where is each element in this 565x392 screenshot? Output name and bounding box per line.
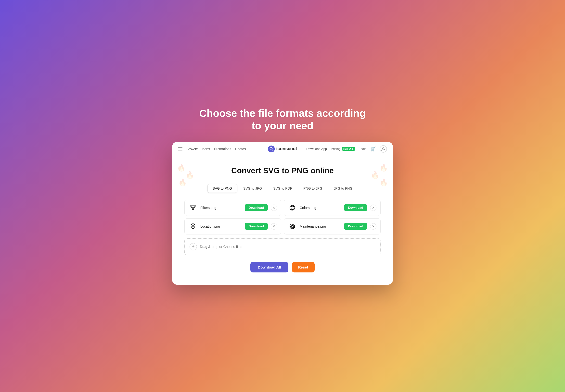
file-name-location: Location.png	[200, 224, 242, 228]
download-btn-maintenance[interactable]: Download	[344, 223, 367, 230]
app-window: Browse Icons Illustrations Photos iconsc…	[172, 142, 393, 285]
navbar: Browse Icons Illustrations Photos iconsc…	[172, 142, 393, 156]
nav-center-logo[interactable]: iconscout	[268, 146, 297, 152]
close-btn-maintenance[interactable]: ✕	[370, 223, 376, 230]
file-row-location: Location.png Download ✕	[184, 218, 281, 235]
user-avatar[interactable]	[380, 145, 387, 153]
file-name-colors: Colors.png	[300, 206, 341, 210]
download-btn-filters[interactable]: Download	[245, 204, 268, 211]
download-btn-location[interactable]: Download	[245, 223, 268, 230]
location-icon	[189, 222, 197, 231]
nav-browse[interactable]: Browse	[186, 147, 198, 151]
main-content: 🔥 🔥 🔥 🔥 🔥 🔥 Convert SVG to PNG online SV…	[172, 156, 393, 285]
file-row-maintenance: Maintenance.png Download ✕	[284, 218, 381, 235]
nav-links: Icons Illustrations Photos	[202, 147, 246, 151]
nav-illustrations[interactable]: Illustrations	[214, 147, 231, 151]
close-btn-filters[interactable]: ✕	[271, 205, 277, 211]
svg-point-6	[291, 225, 293, 227]
download-all-button[interactable]: Download All	[250, 262, 288, 272]
nav-download-app[interactable]: Download App	[306, 147, 327, 151]
tab-svg-to-pdf[interactable]: SVG to PDF	[268, 184, 297, 193]
logo-icon	[268, 146, 275, 152]
nav-pricing: Pricing	[331, 147, 341, 151]
maintenance-icon	[288, 222, 297, 231]
nav-right: Download App Pricing 80% OFF Tools 🛒	[282, 145, 387, 153]
format-tabs: SVG to PNG SVG to JPG SVG to PDF PNG to …	[184, 184, 381, 193]
file-row-colors: Colors.png Download ✕	[284, 200, 381, 216]
file-name-maintenance: Maintenance.png	[300, 224, 341, 228]
pricing-with-badge[interactable]: Pricing 80% OFF	[331, 147, 355, 151]
close-btn-location[interactable]: ✕	[271, 223, 277, 230]
page-title: Convert SVG to PNG online	[184, 166, 381, 175]
colors-icon	[288, 203, 297, 212]
action-buttons: Download All Reset	[184, 262, 381, 272]
filter-icon	[189, 203, 197, 212]
download-btn-colors[interactable]: Download	[344, 204, 367, 211]
off-badge: 80% OFF	[342, 147, 355, 151]
nav-icons[interactable]: Icons	[202, 147, 210, 151]
fire-deco-tr3: 🔥	[379, 178, 388, 186]
svg-line-1	[272, 150, 273, 151]
drop-zone[interactable]: + Drag & drop or Choose files	[184, 238, 381, 255]
tab-svg-to-png[interactable]: SVG to PNG	[208, 184, 237, 193]
fire-deco-tr1: 🔥	[379, 164, 388, 172]
tab-jpg-to-png[interactable]: JPG to PNG	[328, 184, 357, 193]
file-grid: Filters.png Download ✕ Colors.png Downlo…	[184, 200, 381, 235]
reset-button[interactable]: Reset	[292, 262, 315, 272]
nav-photos[interactable]: Photos	[235, 147, 246, 151]
drop-zone-text: Drag & drop or Choose files	[200, 245, 242, 249]
tab-png-to-jpg[interactable]: PNG to JPG	[298, 184, 327, 193]
logo-text: iconscout	[276, 146, 297, 151]
nav-left: Browse Icons Illustrations Photos	[178, 147, 282, 151]
nav-tools[interactable]: Tools	[359, 147, 366, 151]
drop-zone-plus-icon: +	[190, 243, 197, 250]
cart-icon[interactable]: 🛒	[370, 146, 376, 152]
file-name-filters: Filters.png	[200, 206, 242, 210]
close-btn-colors[interactable]: ✕	[370, 205, 376, 211]
file-row-filters: Filters.png Download ✕	[184, 200, 281, 216]
hero-title: Choose the file formats according to you…	[197, 107, 368, 132]
tab-svg-to-jpg[interactable]: SVG to JPG	[238, 184, 267, 193]
hamburger-icon[interactable]	[178, 147, 182, 150]
svg-point-4	[192, 225, 194, 226]
